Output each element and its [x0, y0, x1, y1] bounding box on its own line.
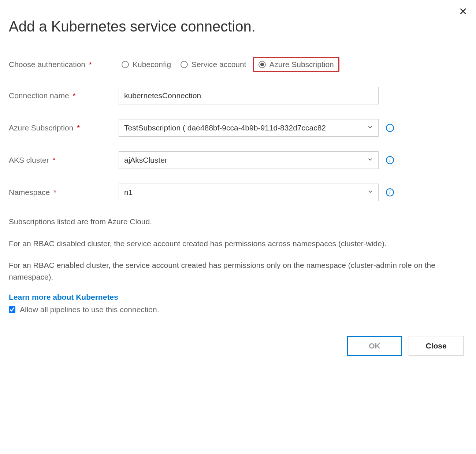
row-authentication: Choose authentication * Kubeconfig Servi…	[9, 57, 467, 72]
label-connection-name-text: Connection name	[9, 91, 69, 100]
dialog-button-row: OK Close	[9, 336, 467, 356]
required-marker: *	[53, 156, 56, 164]
label-namespace: Namespace *	[9, 188, 119, 197]
row-azure-subscription: Azure Subscription * TestSubscription ( …	[9, 119, 467, 137]
azure-subscription-select-wrap: TestSubscription ( dae488bf-9cca-4b9b-91…	[119, 119, 379, 137]
service-connection-dialog: ✕ Add a Kubernetes service connection. C…	[0, 0, 476, 367]
radio-icon	[181, 61, 188, 68]
radio-icon	[122, 61, 129, 68]
radio-icon	[259, 61, 266, 68]
azure-subscription-select[interactable]: TestSubscription ( dae488bf-9cca-4b9b-91…	[119, 119, 379, 137]
label-azure-subscription-text: Azure Subscription	[9, 123, 73, 132]
namespace-select-wrap: n1	[119, 184, 379, 201]
aks-cluster-select[interactable]: ajAksCluster	[119, 151, 379, 169]
radio-service-account[interactable]: Service account	[178, 59, 249, 70]
info-text-2: For an RBAC disabled cluster, the servic…	[9, 238, 467, 250]
allow-pipelines-checkbox[interactable]	[9, 306, 15, 313]
allow-pipelines-row: Allow all pipelines to use this connecti…	[9, 305, 467, 314]
radio-kubeconfig-label: Kubeconfig	[133, 60, 171, 69]
info-text-3: For an RBAC enabled cluster, the service…	[9, 259, 467, 283]
radio-azure-subscription[interactable]: Azure Subscription	[253, 57, 339, 72]
ok-button[interactable]: OK	[347, 336, 402, 356]
dialog-title: Add a Kubernetes service connection.	[9, 18, 467, 35]
namespace-select[interactable]: n1	[119, 184, 379, 201]
info-icon[interactable]: i	[386, 124, 394, 132]
label-authentication: Choose authentication *	[9, 60, 119, 69]
label-aks-cluster: AKS cluster *	[9, 156, 119, 165]
required-marker: *	[72, 91, 75, 100]
row-aks-cluster: AKS cluster * ajAksCluster i	[9, 151, 467, 169]
required-marker: *	[53, 188, 56, 196]
required-marker: *	[89, 60, 92, 69]
label-azure-subscription: Azure Subscription *	[9, 123, 119, 132]
aks-cluster-wrap: ajAksCluster i	[119, 151, 467, 169]
aks-cluster-select-wrap: ajAksCluster	[119, 151, 379, 169]
row-connection-name: Connection name *	[9, 87, 467, 104]
close-icon[interactable]: ✕	[459, 7, 467, 17]
allow-pipelines-label: Allow all pipelines to use this connecti…	[20, 305, 159, 314]
radio-kubeconfig[interactable]: Kubeconfig	[119, 59, 174, 70]
azure-subscription-wrap: TestSubscription ( dae488bf-9cca-4b9b-91…	[119, 119, 467, 137]
close-button[interactable]: Close	[409, 336, 464, 356]
required-marker: *	[77, 123, 80, 132]
namespace-wrap: n1 i	[119, 184, 467, 201]
info-text-1: Subscriptions listed are from Azure Clou…	[9, 216, 467, 228]
radio-service-account-label: Service account	[191, 60, 246, 69]
label-authentication-text: Choose authentication	[9, 60, 85, 69]
radio-azure-subscription-label: Azure Subscription	[269, 60, 334, 69]
connection-name-wrap	[119, 87, 467, 104]
label-aks-cluster-text: AKS cluster	[9, 156, 49, 164]
row-namespace: Namespace * n1 i	[9, 184, 467, 201]
label-namespace-text: Namespace	[9, 188, 50, 196]
info-icon[interactable]: i	[386, 156, 394, 164]
auth-radio-group: Kubeconfig Service account Azure Subscri…	[119, 57, 467, 72]
learn-more-link[interactable]: Learn more about Kubernetes	[9, 293, 118, 302]
connection-name-input[interactable]	[119, 87, 379, 104]
label-connection-name: Connection name *	[9, 91, 119, 100]
info-icon[interactable]: i	[386, 188, 394, 196]
